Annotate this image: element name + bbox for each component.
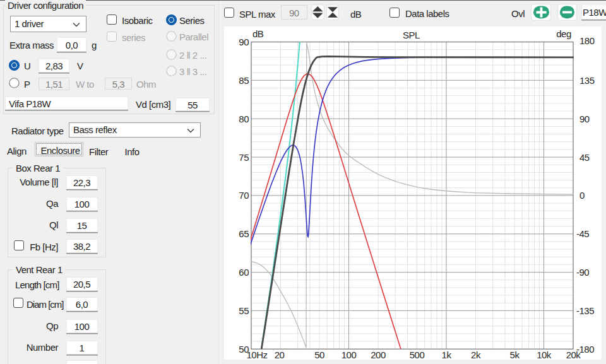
svg-text:20k: 20k <box>566 349 581 360</box>
svg-text:90: 90 <box>579 114 590 124</box>
svg-text:180: 180 <box>579 35 595 46</box>
svg-text:-135: -135 <box>576 305 594 316</box>
svg-text:10k: 10k <box>537 349 552 360</box>
svg-text:-90: -90 <box>576 267 589 278</box>
svg-text:55: 55 <box>239 305 249 316</box>
svg-text:10Hz: 10Hz <box>246 349 267 360</box>
svg-text:SPL: SPL <box>403 30 420 40</box>
svg-text:70: 70 <box>239 190 249 201</box>
svg-text:100: 100 <box>342 349 357 360</box>
svg-text:135: 135 <box>579 75 595 86</box>
svg-text:0: 0 <box>579 190 585 201</box>
svg-text:-45: -45 <box>576 228 589 239</box>
svg-text:2k: 2k <box>471 349 481 360</box>
svg-text:65: 65 <box>239 228 249 239</box>
svg-text:500: 500 <box>410 349 425 360</box>
svg-text:60: 60 <box>239 267 249 278</box>
svg-text:75: 75 <box>239 152 249 163</box>
svg-text:45: 45 <box>579 152 590 163</box>
svg-text:200: 200 <box>371 349 386 360</box>
svg-text:90: 90 <box>239 37 249 47</box>
svg-text:85: 85 <box>239 75 249 86</box>
svg-text:80: 80 <box>239 114 249 124</box>
svg-text:50: 50 <box>314 349 324 360</box>
svg-text:dB: dB <box>252 28 264 39</box>
svg-text:deg: deg <box>556 28 571 39</box>
svg-text:20: 20 <box>275 349 285 360</box>
svg-text:5k: 5k <box>510 349 520 360</box>
svg-text:1k: 1k <box>442 349 452 360</box>
